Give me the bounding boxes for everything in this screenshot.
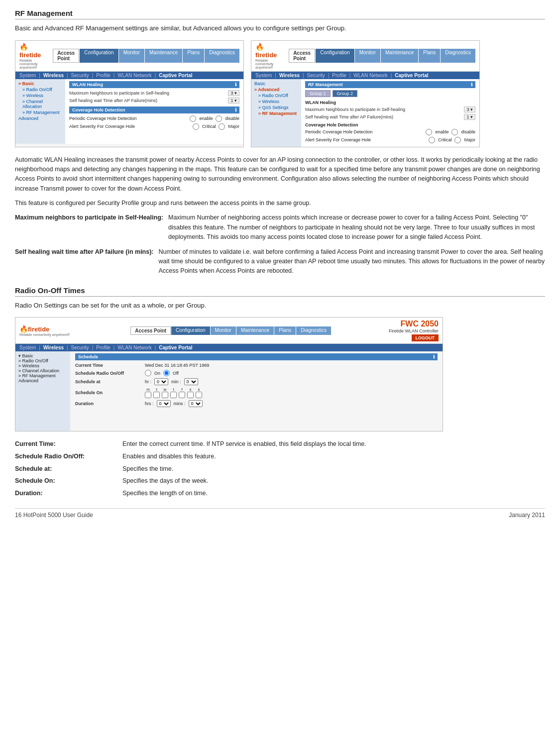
right-nav-wireless[interactable]: Wireless: [279, 73, 300, 78]
large-nav-security[interactable]: Security: [71, 345, 89, 350]
large-sidebar-rf[interactable]: » RF Management: [18, 373, 67, 378]
left-tab-configuration[interactable]: Configuration: [80, 49, 118, 63]
sched-cb-fri[interactable]: [179, 392, 185, 398]
left-nav-wlan[interactable]: WLAN Network: [117, 73, 151, 78]
left-nav-security[interactable]: Security: [71, 73, 89, 78]
screenshots-row: 🔥firetide Reliable connectivity anywhere…: [15, 40, 545, 147]
left-max-neighbours-val[interactable]: 3 ▾: [228, 90, 239, 96]
sched-cb-sun[interactable]: [196, 392, 202, 398]
left-header: 🔥firetide Reliable connectivity anywhere…: [15, 41, 243, 72]
right-sidebar-wireless[interactable]: » Wireless: [254, 99, 298, 104]
right-rf-head: RF Management ℹ: [305, 81, 475, 88]
sched-radio-off[interactable]: [163, 370, 170, 376]
right-sidebar-rf[interactable]: » RF Management: [254, 111, 298, 116]
left-alert-major[interactable]: [219, 123, 225, 130]
left-sidebar-channel[interactable]: » Channel Allocation: [18, 99, 62, 109]
right-nav-security[interactable]: Security: [307, 73, 325, 78]
large-logout-button[interactable]: LOGOUT: [412, 334, 439, 341]
right-alert-critical[interactable]: [429, 137, 435, 143]
sched-dur-hrs[interactable]: 0: [157, 400, 171, 407]
sched-cb-mon[interactable]: [145, 392, 151, 398]
right-group1-tab[interactable]: Group 1: [305, 90, 331, 97]
large-fwc-sub: Firetide WLAN Controller: [389, 328, 439, 333]
sched-dur-mins[interactable]: 0: [189, 400, 203, 407]
sched-cb-sat[interactable]: [187, 392, 194, 398]
right-sidebar-advanced[interactable]: » Advanced: [254, 87, 298, 92]
large-sidebar-radio[interactable]: » Radio On/Off: [18, 358, 67, 363]
left-nav-captive[interactable]: Captive Portal: [159, 73, 192, 78]
left-access-point[interactable]: Access Point: [53, 49, 79, 63]
right-periodic-enable[interactable]: [426, 129, 432, 135]
large-sidebar-basic[interactable]: ▾ Basic: [18, 353, 67, 358]
left-nav-profile[interactable]: Profile: [96, 73, 110, 78]
large-nav-wireless[interactable]: Wireless: [43, 345, 64, 350]
left-row-self-heal: Self healing wait Time after AP Failure(…: [69, 98, 239, 104]
large-tab-diagnostics[interactable]: Diagnostics: [296, 326, 331, 335]
left-subnav: System | Wireless | Security | Profile |…: [15, 72, 243, 79]
sched-at-hr[interactable]: 0: [154, 378, 168, 385]
left-self-heal-val[interactable]: 1 ▾: [228, 98, 239, 104]
right-sidebar-qos[interactable]: » QoS Settings: [254, 105, 298, 110]
right-access-point[interactable]: Access Point: [289, 49, 315, 63]
radio-def-term-4: Schedule On:: [15, 476, 114, 486]
large-tab-monitor[interactable]: Monitor: [211, 326, 236, 335]
left-nav-wireless[interactable]: Wireless: [43, 73, 64, 78]
large-nav-wlan[interactable]: WLAN Network: [117, 345, 151, 350]
right-periodic-disable[interactable]: [451, 129, 458, 135]
left-sidebar-rf[interactable]: » RF Management: [18, 110, 62, 115]
left-periodic-enable[interactable]: [190, 115, 196, 122]
large-access-point[interactable]: Access Point: [130, 326, 171, 335]
large-nav-captive[interactable]: Captive Portal: [159, 345, 192, 350]
sched-cb-tue[interactable]: [153, 392, 160, 398]
right-tab-configuration[interactable]: Configuration: [316, 49, 354, 63]
large-nav-profile[interactable]: Profile: [96, 345, 110, 350]
left-main: WLAN Healing ℹ Maximum Neighbours to par…: [65, 79, 243, 144]
radio-def-val-3: Specifies the time.: [122, 464, 545, 474]
sched-radio-on[interactable]: [145, 370, 151, 376]
sched-cb-m: m: [145, 387, 151, 398]
sched-cb-thu[interactable]: [170, 392, 177, 398]
left-tab-maintenance[interactable]: Maintenance: [145, 49, 182, 63]
right-tab-diagnostics[interactable]: Diagnostics: [441, 49, 475, 63]
large-sidebar-channel[interactable]: » Channel Allocation: [18, 368, 67, 373]
screenshot-right: 🔥firetide Reliable connectivity anywhere…: [251, 40, 480, 147]
sched-at-min[interactable]: 0: [184, 378, 198, 385]
sched-cb-wed[interactable]: [162, 392, 168, 398]
large-tab-plans[interactable]: Plans: [274, 326, 296, 335]
right-sidebar-radio[interactable]: » Radio On/Off: [254, 93, 298, 98]
left-sidebar-basic[interactable]: » Basic: [18, 81, 62, 86]
left-row-max-neighbours: Maximum Neighbours to participate in Sel…: [69, 90, 239, 96]
right-logo-text: 🔥firetide: [255, 43, 282, 59]
right-alert-major[interactable]: [454, 137, 461, 143]
left-tab-plans[interactable]: Plans: [183, 49, 204, 63]
right-nav-captive[interactable]: Captive Portal: [395, 73, 428, 78]
right-self-heal-val[interactable]: 1 ▾: [464, 114, 475, 120]
large-tab-configuration[interactable]: Configuration: [171, 326, 210, 335]
left-sidebar-radio[interactable]: » Radio On/Off: [18, 87, 62, 92]
term-block-2: Self healing wait time after AP failure …: [15, 247, 545, 276]
left-tab-monitor[interactable]: Monitor: [119, 49, 144, 63]
large-nav-system[interactable]: System: [19, 345, 36, 350]
large-sidebar-advanced[interactable]: Advanced: [18, 378, 67, 383]
left-periodic-disable[interactable]: [216, 115, 222, 122]
right-tab-maintenance[interactable]: Maintenance: [381, 49, 418, 63]
large-tab-maintenance[interactable]: Maintenance: [236, 326, 274, 335]
right-tab-plans[interactable]: Plans: [419, 49, 440, 63]
right-group2-tab[interactable]: Group 2: [333, 90, 358, 97]
right-nav-wlan[interactable]: WLAN Network: [353, 73, 387, 78]
left-alert-critical[interactable]: [193, 123, 199, 130]
left-nav-system[interactable]: System: [19, 73, 36, 78]
left-tab-diagnostics[interactable]: Diagnostics: [205, 49, 239, 63]
right-tab-monitor[interactable]: Monitor: [355, 49, 380, 63]
right-periodic-row: Periodic Coverage Hole Detection enable …: [305, 129, 475, 135]
left-sidebar-advanced[interactable]: Advanced: [18, 116, 62, 121]
right-max-neighbours-val[interactable]: 3 ▾: [464, 107, 475, 112]
right-logo-sub: Reliable connectivity anywhere®: [255, 59, 282, 69]
right-content: Basic » Advanced » Radio On/Off » Wirele…: [251, 79, 479, 147]
right-nav-system[interactable]: System: [255, 73, 272, 78]
left-sidebar-wireless[interactable]: » Wireless: [18, 93, 62, 98]
right-nav-profile[interactable]: Profile: [332, 73, 346, 78]
sched-on-label2: Schedule On: [75, 390, 145, 395]
large-sidebar-wireless[interactable]: » Wireless: [18, 363, 67, 368]
right-sidebar-basic[interactable]: Basic: [254, 81, 298, 86]
